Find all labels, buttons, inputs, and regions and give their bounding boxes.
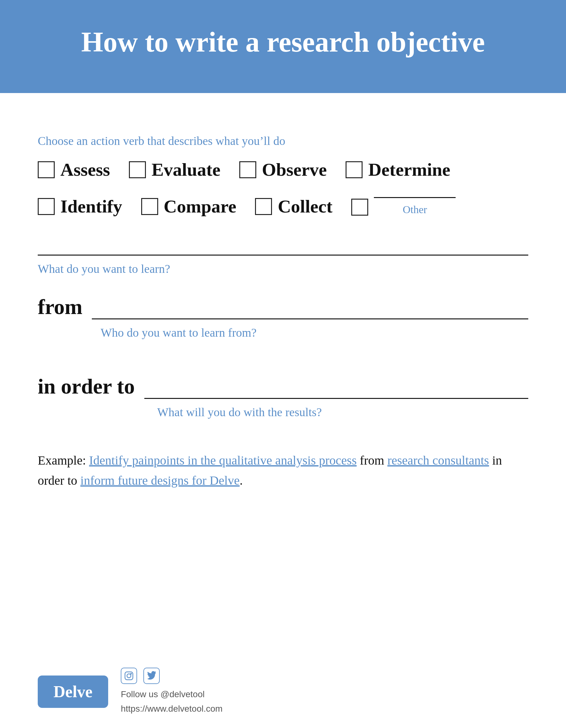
learn-section: What do you want to learn?: [38, 255, 528, 276]
checkbox-collect-label: Collect: [277, 196, 333, 217]
other-label: Other: [403, 204, 427, 216]
example-link-3[interactable]: inform future designs for Delve: [80, 473, 240, 488]
learn-input-line[interactable]: [38, 255, 528, 256]
checkbox-row-1: Assess Evaluate Observe Determine: [38, 159, 528, 180]
checkbox-observe[interactable]: Observe: [239, 159, 327, 180]
checkbox-evaluate-label: Evaluate: [151, 159, 220, 180]
main-content: Choose an action verb that describes wha…: [0, 93, 566, 658]
from-input-line[interactable]: [92, 316, 528, 319]
example-text: Example: Identify painpoints in the qual…: [38, 450, 528, 491]
checkbox-assess-label: Assess: [60, 159, 110, 180]
twitter-icon[interactable]: [143, 668, 160, 684]
checkbox-compare-label: Compare: [164, 196, 236, 217]
svg-point-2: [131, 673, 132, 674]
checkbox-collect[interactable]: Collect: [255, 196, 333, 217]
svg-rect-0: [125, 672, 133, 680]
checkbox-compare[interactable]: Compare: [141, 196, 236, 217]
checkbox-evaluate-box[interactable]: [129, 161, 146, 178]
checkbox-identify-label: Identify: [60, 196, 122, 217]
inorderto-section: in order to What will you do with the re…: [38, 374, 528, 438]
inorderto-input-line[interactable]: [144, 396, 529, 399]
example-link-2[interactable]: research consultants: [388, 453, 489, 467]
header-divider: [0, 87, 566, 93]
example-link-1[interactable]: Identify painpoints in the qualitative a…: [89, 453, 357, 467]
checkbox-identify-box[interactable]: [38, 198, 55, 215]
learn-hint: What do you want to learn?: [38, 262, 170, 275]
from-hint: Who do you want to learn from?: [101, 326, 528, 339]
other-underline: [374, 197, 456, 198]
example-suffix: .: [239, 473, 243, 488]
example-section: Example: Identify painpoints in the qual…: [38, 450, 528, 491]
checkbox-determine-label: Determine: [368, 159, 450, 180]
checkbox-determine[interactable]: Determine: [346, 159, 450, 180]
action-verb-label: Choose an action verb that describes wha…: [38, 134, 528, 148]
instagram-icon[interactable]: [121, 668, 137, 684]
checkbox-identify[interactable]: Identify: [38, 196, 122, 217]
checkbox-row-2: Identify Compare Collect Other: [38, 196, 528, 217]
inorderto-row: in order to: [38, 374, 528, 399]
checkbox-evaluate[interactable]: Evaluate: [129, 159, 220, 180]
page-header: How to write a research objective: [0, 0, 566, 87]
example-prefix: Example:: [38, 453, 89, 467]
checkbox-other-box[interactable]: [351, 199, 368, 216]
checkbox-compare-box[interactable]: [141, 198, 158, 215]
delve-button[interactable]: Delve: [38, 676, 108, 708]
other-line-wrapper: Other: [374, 197, 456, 216]
from-section: from Who do you want to learn from?: [38, 295, 528, 352]
footer-social: Follow us @delvetool https://www.delveto…: [121, 668, 222, 715]
follow-text: Follow us @delvetool: [121, 688, 222, 701]
checkbox-other[interactable]: Other: [351, 197, 456, 216]
inorderto-label: in order to: [38, 374, 135, 399]
footer-icons-row: [121, 668, 222, 684]
checkbox-observe-label: Observe: [262, 159, 327, 180]
action-verb-section: Choose an action verb that describes wha…: [38, 134, 528, 233]
checkbox-collect-box[interactable]: [255, 198, 272, 215]
example-middle-1: from: [357, 453, 388, 467]
from-label: from: [38, 295, 82, 319]
from-row: from: [38, 295, 528, 319]
footer: Delve Follow us @delvetool https://www.d…: [0, 658, 566, 728]
checkbox-assess-box[interactable]: [38, 161, 55, 178]
checkbox-determine-box[interactable]: [346, 161, 363, 178]
checkbox-observe-box[interactable]: [239, 161, 256, 178]
checkbox-assess[interactable]: Assess: [38, 159, 110, 180]
page-title: How to write a research objective: [19, 25, 547, 59]
footer-website: https://www.delvetool.com: [121, 702, 222, 715]
svg-point-1: [127, 674, 131, 678]
inorderto-hint: What will you do with the results?: [157, 405, 528, 419]
